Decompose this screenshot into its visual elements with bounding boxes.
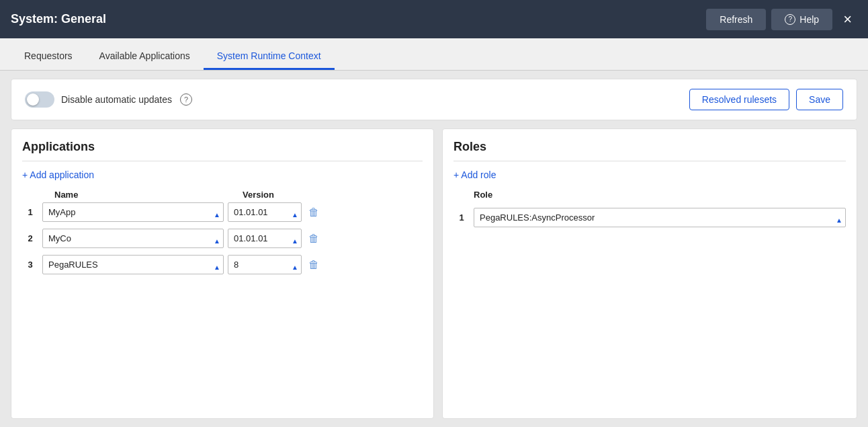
tab-available-applications[interactable]: Available Applications (86, 42, 204, 70)
refresh-button[interactable]: Refresh (706, 9, 766, 30)
app-version-field-2[interactable]: 01.01.01 ▲ (228, 229, 302, 248)
tab-requestors[interactable]: Requestors (11, 42, 86, 70)
resolved-rulesets-button[interactable]: Resolved rulesets (689, 89, 789, 110)
table-row: 1 PegaRULES:AsyncProcessor ▲ (453, 208, 846, 227)
caret-icon: ▲ (214, 211, 220, 219)
refresh-label: Refresh (720, 14, 752, 25)
app-title: System: General (11, 12, 106, 26)
role-value-1: PegaRULES:AsyncProcessor (480, 212, 595, 223)
header: System: General Refresh ? Help × (0, 0, 868, 38)
roles-panel: Roles + Add role Role 1 PegaRULES:AsyncP… (442, 128, 857, 419)
col-version-header: Version (243, 190, 323, 200)
app-version-value-2: 01.01.01 (234, 233, 268, 243)
caret-icon: ▲ (292, 211, 298, 219)
row-num-2: 2 (22, 233, 38, 243)
app-name-value-1: MyApp (48, 207, 75, 217)
tabs-bar: Requestors Available Applications System… (0, 38, 868, 71)
app-version-field-1[interactable]: 01.01.01 ▲ (228, 202, 302, 222)
app-name-value-2: MyCo (48, 233, 71, 243)
app-name-field-3[interactable]: PegaRULES ▲ (42, 255, 224, 274)
toggle-thumb (27, 93, 39, 106)
add-role-link[interactable]: + Add role (453, 169, 846, 180)
row-num-3: 3 (22, 260, 38, 270)
help-button[interactable]: ? Help (771, 9, 832, 30)
settings-right: Resolved rulesets Save (689, 89, 843, 110)
help-label: Help (799, 14, 819, 25)
col-name-header: Name (54, 190, 243, 200)
caret-icon: ▲ (292, 237, 298, 245)
caret-icon: ▲ (214, 264, 220, 271)
save-button[interactable]: Save (796, 89, 843, 110)
roles-title: Roles (453, 140, 846, 161)
table-row: 1 MyApp ▲ 01.01.01 ▲ 🗑 (22, 202, 423, 222)
app-name-field-2[interactable]: MyCo ▲ (42, 229, 224, 248)
row-num-1: 1 (22, 207, 38, 217)
help-circle-icon: ? (785, 14, 795, 25)
app-version-value-3: 8 (234, 260, 238, 270)
delete-row-3-button[interactable]: 🗑 (306, 258, 322, 272)
add-application-link[interactable]: + Add application (22, 169, 423, 180)
app-version-field-3[interactable]: 8 ▲ (228, 255, 302, 274)
applications-table-headers: Name Version (22, 190, 423, 202)
caret-icon: ▲ (836, 217, 842, 224)
table-row: 2 MyCo ▲ 01.01.01 ▲ 🗑 (22, 229, 423, 248)
applications-title: Applications (22, 140, 423, 161)
app-name-field-1[interactable]: MyApp ▲ (42, 202, 224, 222)
role-field-1[interactable]: PegaRULES:AsyncProcessor ▲ (474, 208, 846, 227)
caret-icon: ▲ (214, 237, 220, 245)
disable-auto-updates-label: Disable automatic updates (61, 94, 172, 105)
main-content: Disable automatic updates ? Resolved rul… (0, 71, 868, 427)
role-num-1: 1 (453, 212, 470, 223)
col-role-header: Role (453, 190, 846, 202)
close-button[interactable]: × (838, 8, 857, 31)
app-name-value-3: PegaRULES (48, 260, 98, 270)
toggle-help-icon[interactable]: ? (180, 93, 192, 106)
disable-auto-updates-toggle[interactable] (25, 91, 54, 108)
delete-row-1-button[interactable]: 🗑 (306, 205, 322, 220)
caret-icon: ▲ (292, 264, 298, 271)
table-row: 3 PegaRULES ▲ 8 ▲ 🗑 (22, 255, 423, 274)
tab-system-runtime-context[interactable]: System Runtime Context (204, 42, 335, 70)
settings-left: Disable automatic updates ? (25, 91, 192, 108)
delete-row-2-button[interactable]: 🗑 (306, 231, 322, 246)
header-actions: Refresh ? Help × (706, 8, 857, 31)
applications-panel: Applications + Add application Name Vers… (11, 128, 434, 419)
panels: Applications + Add application Name Vers… (11, 128, 857, 419)
settings-bar: Disable automatic updates ? Resolved rul… (11, 79, 857, 120)
app-version-value-1: 01.01.01 (234, 207, 268, 217)
